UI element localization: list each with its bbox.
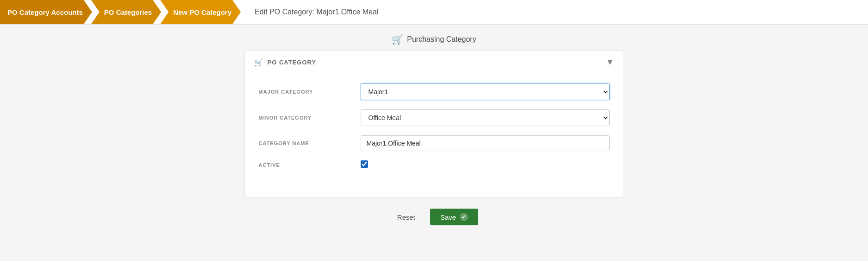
breadcrumb-label-2: PO Categories: [104, 8, 152, 16]
action-bar: Reset Save ✔: [0, 209, 868, 225]
active-control: [361, 160, 610, 169]
category-name-control: [361, 135, 610, 151]
purchasing-category-label: Purchasing Category: [407, 35, 476, 44]
po-category-card: 🛒 PO CATEGORY ▼ MAJOR CATEGORY Major1 Ma…: [244, 51, 624, 197]
minor-category-row: MINOR CATEGORY Office Meal Office Suppli…: [259, 109, 610, 126]
breadcrumb-label-3: New PO Category: [173, 8, 231, 16]
minor-category-control: Office Meal Office Supplies Travel: [361, 109, 610, 126]
save-button[interactable]: Save ✔: [430, 209, 478, 225]
active-row: ACTIVE: [259, 160, 610, 169]
edit-title-text: Edit PO Category: Major1.Office Meal: [255, 8, 378, 16]
card-header-title: PO CATEGORY: [268, 59, 317, 66]
active-label: ACTIVE: [259, 162, 361, 168]
active-checkbox[interactable]: [361, 160, 368, 168]
major-category-control: Major1 Major2 Major3: [361, 83, 610, 100]
save-button-label: Save: [440, 213, 456, 221]
breadcrumb-item-po-category-accounts[interactable]: PO Category Accounts: [0, 0, 92, 24]
page-edit-title: Edit PO Category: Major1.Office Meal: [241, 8, 868, 16]
purchasing-category-icon: 🛒: [392, 34, 403, 45]
card-header-basket-icon: 🛒: [254, 58, 264, 67]
card-header: 🛒 PO CATEGORY ▼: [245, 51, 624, 74]
breadcrumb-item-po-categories[interactable]: PO Categories: [91, 0, 161, 24]
category-name-input[interactable]: [361, 135, 610, 151]
breadcrumb-item-new-po-category[interactable]: New PO Category: [160, 0, 241, 24]
major-category-row: MAJOR CATEGORY Major1 Major2 Major3: [259, 83, 610, 100]
breadcrumb-nav: PO Category Accounts PO Categories New P…: [0, 0, 868, 25]
minor-category-label: MINOR CATEGORY: [259, 115, 361, 121]
minor-category-select[interactable]: Office Meal Office Supplies Travel: [361, 109, 610, 126]
form-body: MAJOR CATEGORY Major1 Major2 Major3 MINO…: [245, 74, 624, 188]
major-category-select[interactable]: Major1 Major2 Major3: [361, 83, 610, 100]
breadcrumb-label-1: PO Category Accounts: [7, 8, 83, 16]
page-header: 🛒 Purchasing Category: [0, 34, 868, 45]
page-header-content: 🛒 Purchasing Category: [392, 34, 476, 45]
card-collapse-chevron[interactable]: ▼: [606, 57, 614, 67]
save-check-icon: ✔: [460, 213, 468, 221]
category-name-row: CATEGORY NAME: [259, 135, 610, 151]
category-name-label: CATEGORY NAME: [259, 140, 361, 146]
major-category-label: MAJOR CATEGORY: [259, 89, 361, 95]
breadcrumb: PO Category Accounts PO Categories New P…: [0, 0, 241, 24]
reset-button[interactable]: Reset: [390, 210, 423, 225]
card-header-left: 🛒 PO CATEGORY: [254, 58, 317, 67]
